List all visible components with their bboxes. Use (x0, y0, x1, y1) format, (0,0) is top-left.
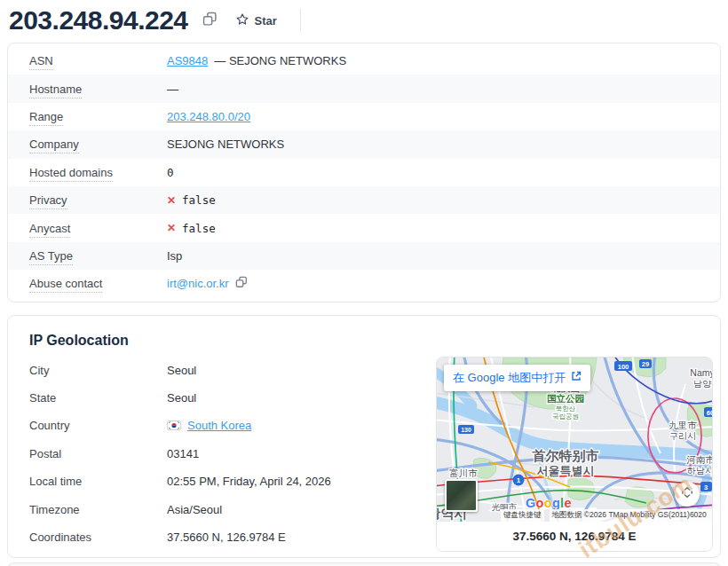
star-icon (235, 12, 249, 29)
privacy-value: false (182, 193, 216, 207)
svg-text:100: 100 (618, 362, 629, 370)
row-label: City (29, 364, 167, 377)
row-label: Abuse contact (29, 277, 167, 290)
row-label: Country (29, 419, 167, 432)
google-maps-logo: Google (526, 496, 572, 510)
keyboard-shortcuts-link[interactable]: 键盘快捷键 (501, 509, 544, 522)
as-type-value: Isp (167, 249, 182, 263)
abuse-contact-link[interactable]: irt@nic.or.kr (167, 277, 229, 290)
map-canvas[interactable]: 100 29 130 60 3 1 北汉山 (437, 358, 712, 522)
copy-abuse-contact-button[interactable] (235, 276, 248, 291)
range-link[interactable]: 203.248.80.0/20 (167, 110, 250, 123)
table-row-city: City Seoul (8, 357, 436, 384)
table-row-privacy: Privacy ✕ false (8, 186, 720, 214)
row-label: Hosted domains (29, 166, 167, 179)
postal-value: 03141 (167, 447, 199, 460)
svg-text:구리시: 구리시 (669, 431, 696, 441)
section-title: IP Geolocation (8, 316, 720, 357)
svg-text:60: 60 (707, 408, 712, 416)
table-row-state: State Seoul (8, 384, 436, 412)
table-row-company: Company SEJONG NETWORKS (8, 130, 720, 158)
satellite-view-toggle[interactable] (445, 479, 478, 512)
ip-geolocation-card: IP Geolocation City Seoul State Seoul Co… (7, 315, 721, 558)
asn-org-text: — SEJONG NETWORKS (214, 54, 346, 67)
table-row-postal: Postal 03141 (8, 440, 436, 468)
table-row-range: Range 203.248.80.0/20 (8, 103, 720, 130)
row-label: ASN (29, 54, 167, 67)
copy-icon (235, 276, 248, 291)
hostname-value: — (167, 83, 178, 96)
svg-text:河南市: 河南市 (686, 454, 712, 465)
svg-text:国立公园: 国立公园 (547, 393, 584, 404)
next-section-card-top (7, 562, 721, 566)
table-row-hosted-domains: Hosted domains 0 (8, 159, 720, 186)
map-coordinates-caption: 37.5660 N, 126.9784 E (437, 522, 712, 551)
table-row-asn: ASN AS9848 — SEJONG NETWORKS (8, 47, 720, 75)
table-row-anycast: Anycast ✕ false (8, 214, 720, 241)
ip-summary-card: ASN AS9848 — SEJONG NETWORKS Hostname — … (7, 43, 721, 303)
city-value: Seoul (167, 364, 196, 377)
row-label: State (29, 391, 167, 405)
row-label: Local time (29, 475, 167, 488)
svg-text:1: 1 (517, 476, 521, 484)
star-button[interactable]: Star (235, 12, 277, 29)
svg-text:북한산: 북한산 (556, 405, 576, 413)
svg-text:九里市: 九里市 (669, 420, 697, 430)
table-row-timezone: Timezone Asia/Seoul (8, 495, 436, 523)
false-x-icon: ✕ (167, 223, 176, 233)
svg-text:3: 3 (704, 483, 708, 491)
open-in-google-maps-button[interactable]: 在 Google 地图中打开 (444, 365, 590, 391)
company-value: SEJONG NETWORKS (167, 138, 284, 151)
svg-text:Namya: Namya (690, 367, 712, 378)
table-row-hostname: Hostname — (8, 75, 720, 102)
copy-icon (202, 12, 218, 29)
external-link-icon (571, 371, 582, 384)
south-korea-flag-icon (167, 421, 181, 430)
false-x-icon: ✕ (167, 195, 176, 206)
svg-text:남양주: 남양주 (693, 379, 712, 389)
svg-text:首尔特别市: 首尔特别市 (532, 448, 599, 463)
map-attribution: 键盘快捷键 地图数据 ©2026 TMap Mobility GS(2011)6… (437, 510, 712, 522)
row-label: Company (29, 138, 167, 151)
table-row-coordinates: Coordinates 37.5660 N, 126.9784 E (8, 523, 436, 551)
map-widget: 100 29 130 60 3 1 北汉山 (436, 357, 713, 552)
svg-text:29: 29 (642, 360, 649, 368)
map-data-attribution: 地图数据 ©2026 TMap Mobility GS(2011)6020 (550, 509, 709, 522)
table-row-country: Country South Korea (8, 412, 436, 439)
asn-link[interactable]: AS9848 (167, 54, 208, 67)
row-label: Range (29, 110, 167, 123)
row-label: Anycast (29, 222, 167, 235)
row-label: Postal (29, 447, 167, 460)
row-label: Privacy (29, 193, 167, 207)
table-row-abuse-contact: Abuse contact irt@nic.or.kr (8, 270, 720, 297)
map-terms-link[interactable]: 条款 (709, 509, 712, 522)
table-row-local-time: Local time 02:55 PM, Friday, April 24, 2… (8, 468, 436, 495)
geolocation-table: City Seoul State Seoul Country (8, 357, 436, 552)
table-row-as-type: AS Type Isp (8, 242, 720, 270)
svg-text:국립공원: 국립공원 (552, 413, 579, 421)
coordinates-value: 37.5660 N, 126.9784 E (167, 531, 286, 544)
row-label: Hostname (29, 83, 167, 96)
row-label: AS Type (29, 249, 167, 263)
header-divider (300, 9, 301, 32)
svg-text:130: 130 (461, 427, 471, 433)
anycast-value: false (182, 222, 216, 235)
open-in-google-maps-label: 在 Google 地图中打开 (453, 370, 566, 386)
country-link[interactable]: South Korea (187, 419, 251, 432)
row-label: Coordinates (29, 531, 167, 544)
page-title: 203.248.94.224 (9, 5, 188, 35)
star-button-label: Star (255, 14, 277, 28)
row-label: Timezone (29, 503, 167, 516)
local-time-value: 02:55 PM, Friday, April 24, 2026 (167, 475, 331, 488)
state-value: Seoul (167, 391, 196, 405)
timezone-value: Asia/Seoul (167, 503, 222, 516)
page-header: 203.248.94.224 Star (0, 0, 728, 43)
svg-text:하남시: 하남시 (687, 466, 712, 476)
svg-text:富川市: 富川市 (449, 468, 478, 478)
copy-ip-button[interactable] (202, 12, 218, 29)
expand-icon (681, 486, 693, 501)
map-expand-button[interactable] (675, 482, 700, 507)
svg-text:서울특별시: 서울특별시 (537, 464, 595, 477)
hosted-domains-value: 0 (167, 166, 174, 179)
